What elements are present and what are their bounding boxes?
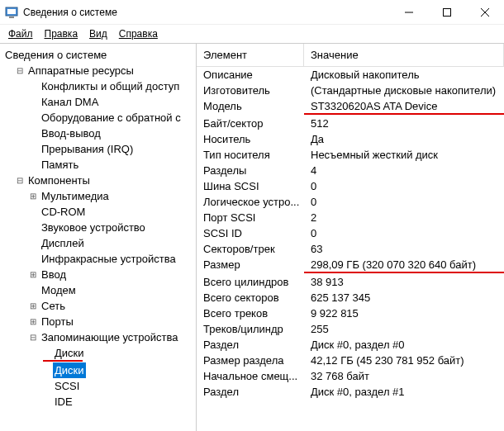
table-row[interactable]: Всего цилиндров38 913 (197, 274, 504, 290)
app-icon (5, 6, 18, 19)
tree-multimedia[interactable]: ⊞Мультимедиа (0, 188, 196, 204)
cell-value: (Стандартные дисковые накопители) (304, 83, 504, 97)
table-row[interactable]: Всего треков9 922 815 (197, 305, 504, 321)
tree-infrared[interactable]: ·Инфракрасные устройства (0, 251, 196, 267)
table-row[interactable]: Размер раздела42,12 ГБ (45 230 781 952 б… (197, 353, 504, 368)
tree-dma[interactable]: ·Канал DMA (0, 94, 196, 110)
tree-input[interactable]: ⊞Ввод (0, 267, 196, 282)
tree-ide[interactable]: ·IDE (0, 394, 196, 410)
cell-value: 255 (304, 322, 504, 336)
table-row[interactable]: Логическое устро...0 (197, 194, 504, 210)
tree-scsi[interactable]: ·SCSI (0, 378, 196, 394)
cell-value: Диск #0, раздел #0 (304, 338, 504, 352)
cell-key: Носитель (197, 132, 304, 146)
cell-value: Дисковый накопитель (304, 68, 504, 82)
tree-drives[interactable]: ·Диски (0, 345, 196, 361)
table-row[interactable]: РазделДиск #0, раздел #1 (197, 384, 504, 400)
cell-key: Байт/сектор (197, 116, 304, 130)
cell-key: Шина SCSI (197, 179, 304, 193)
tree-network[interactable]: ⊞Сеть (0, 298, 196, 314)
menu-edit[interactable]: Правка (45, 28, 78, 40)
cell-value: 512 (304, 116, 504, 130)
tree-disks-selected[interactable]: ·Диски (0, 362, 196, 378)
table-row[interactable]: Секторов/трек63 (197, 241, 504, 257)
details-pane: Элемент Значение ОписаниеДисковый накопи… (197, 44, 504, 431)
svg-rect-2 (9, 17, 14, 18)
tree-root[interactable]: Сведения о системе (0, 47, 196, 63)
tree-modem[interactable]: ·Модем (0, 282, 196, 298)
cell-key: Секторов/трек (197, 242, 304, 256)
table-row[interactable]: НосительДа (197, 131, 504, 147)
tree-forced-hardware[interactable]: ·Оборудование с обратной с (0, 110, 196, 126)
window-controls (390, 0, 504, 25)
table-row[interactable]: РазделДиск #0, раздел #0 (197, 337, 504, 353)
tree-cdrom[interactable]: ·CD-ROM (0, 204, 196, 220)
table-row[interactable]: SCSI ID0 (197, 225, 504, 241)
cell-key: Изготовитель (197, 83, 304, 97)
expand-icon[interactable]: ⊞ (28, 317, 38, 327)
table-row[interactable]: Тип носителяНесъемный жесткий диск (197, 147, 504, 163)
cell-value: 4 (304, 163, 504, 178)
content-split: Сведения о системе ⊟Аппаратные ресурсы ·… (0, 44, 504, 431)
tree-components[interactable]: ⊟Компоненты (0, 173, 196, 188)
svg-rect-1 (7, 9, 16, 14)
table-row[interactable]: ОписаниеДисковый накопитель (197, 67, 504, 83)
menu-help[interactable]: Справка (119, 28, 158, 40)
cell-key: Всего цилиндров (197, 275, 304, 289)
tree-memory[interactable]: ·Память (0, 157, 196, 173)
tree-ports[interactable]: ⊞Порты (0, 314, 196, 329)
cell-value: 42,12 ГБ (45 230 781 952 байт) (304, 353, 504, 367)
tree-io[interactable]: ·Ввод-вывод (0, 126, 196, 141)
table-row[interactable]: Треков/цилиндр255 (197, 321, 504, 337)
maximize-button[interactable] (428, 0, 466, 25)
table-row[interactable]: Всего секторов625 137 345 (197, 290, 504, 305)
cell-key: Модель (197, 99, 304, 115)
table-body: ОписаниеДисковый накопительИзготовитель(… (197, 67, 504, 400)
tree-conflicts[interactable]: ·Конфликты и общий доступ (0, 78, 196, 94)
expand-icon[interactable]: ⊞ (28, 301, 38, 311)
cell-key: Описание (197, 68, 304, 82)
tree-display[interactable]: ·Дисплей (0, 235, 196, 251)
column-element[interactable]: Элемент (197, 44, 304, 66)
collapse-icon[interactable]: ⊟ (15, 66, 25, 76)
table-row[interactable]: Изготовитель(Стандартные дисковые накопи… (197, 83, 504, 98)
cell-value: ST3320620AS ATA Device (304, 99, 504, 115)
cell-key: Начальное смещ... (197, 369, 304, 383)
collapse-icon[interactable]: ⊟ (28, 333, 38, 343)
cell-value: Да (304, 132, 504, 146)
menu-view[interactable]: Вид (89, 28, 107, 40)
titlebar: Сведения о системе (0, 0, 504, 25)
cell-key: SCSI ID (197, 226, 304, 240)
cell-value: 32 768 байт (304, 369, 504, 383)
close-button[interactable] (466, 0, 504, 25)
cell-key: Логическое устро... (197, 195, 304, 209)
tree-storage[interactable]: ⊟Запоминающие устройства (0, 329, 196, 345)
cell-key: Разделы (197, 163, 304, 178)
cell-key: Размер раздела (197, 353, 304, 367)
tree-hardware-resources[interactable]: ⊟Аппаратные ресурсы (0, 63, 196, 78)
table-row[interactable]: МодельST3320620AS ATA Device (197, 98, 504, 116)
tree-irq[interactable]: ·Прерывания (IRQ) (0, 141, 196, 157)
menu-file[interactable]: Файл (8, 28, 33, 40)
cell-key: Всего треков (197, 306, 304, 320)
table-row[interactable]: Размер298,09 ГБ (320 070 320 640 байт) (197, 257, 504, 274)
cell-value: 2 (304, 211, 504, 225)
collapse-icon[interactable]: ⊟ (15, 176, 25, 186)
table-row[interactable]: Шина SCSI0 (197, 178, 504, 194)
cell-key: Порт SCSI (197, 211, 304, 225)
cell-value: 0 (304, 179, 504, 193)
cell-value: Несъемный жесткий диск (304, 148, 504, 162)
column-value[interactable]: Значение (304, 44, 504, 66)
table-row[interactable]: Разделы4 (197, 163, 504, 178)
expand-icon[interactable]: ⊞ (28, 192, 38, 201)
table-row[interactable]: Байт/сектор512 (197, 116, 504, 131)
expand-icon[interactable]: ⊞ (28, 270, 38, 280)
table-row[interactable]: Порт SCSI2 (197, 210, 504, 225)
tree-sound[interactable]: ·Звуковое устройство (0, 220, 196, 235)
menubar: Файл Правка Вид Справка (0, 25, 504, 44)
minimize-button[interactable] (390, 0, 428, 25)
cell-key: Раздел (197, 385, 304, 399)
cell-value: 0 (304, 195, 504, 209)
cell-key: Треков/цилиндр (197, 322, 304, 336)
table-row[interactable]: Начальное смещ...32 768 байт (197, 368, 504, 384)
